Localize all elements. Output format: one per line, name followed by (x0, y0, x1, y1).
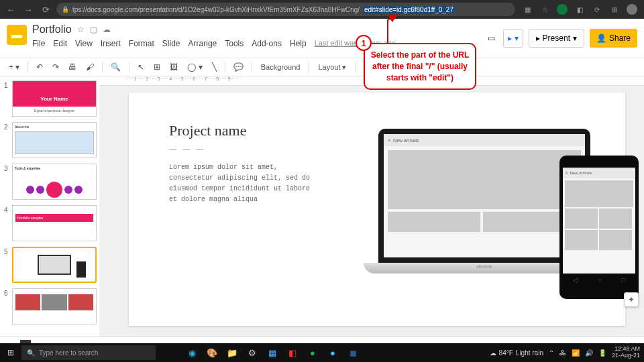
task-settings-icon[interactable]: ⚙ (243, 343, 262, 362)
slideshow-dropdown[interactable]: ▸ ▾ (503, 29, 523, 48)
callout-text: Select the part of the URL after the fin… (370, 50, 470, 83)
menu-format[interactable]: Format (129, 39, 154, 48)
url-text: tps://docs.google.com/presentation/d/1O2… (72, 6, 360, 13)
slide-canvas[interactable]: Project name — — — Lorem ipsum dolor sit… (129, 93, 625, 326)
zoom-button[interactable]: 🔍 (107, 60, 124, 74)
tray-chevron-icon[interactable]: ⌃ (549, 349, 554, 357)
comment-button[interactable]: 💬 (230, 60, 247, 74)
layout-button[interactable]: Layout ▾ (314, 63, 350, 72)
qr-icon[interactable]: ▦ (522, 4, 533, 15)
undo-button[interactable]: ↶ (33, 60, 46, 74)
task-spotify-icon[interactable]: ● (303, 343, 322, 362)
tray-battery-icon[interactable]: 🔋 (598, 349, 606, 357)
tray-network-icon[interactable]: 🖧 (559, 349, 566, 357)
doc-title[interactable]: Portfolio (32, 23, 72, 36)
taskbar-clock[interactable]: 12:48 AM21-Aug-21 (612, 346, 640, 359)
thumb-5[interactable]: 5 (4, 247, 95, 283)
select-tool[interactable]: ↖ (134, 60, 148, 74)
new-slide-button[interactable]: + ▾ (5, 60, 23, 74)
doc-header: ▬ Portfolio ☆ ▢ ☁ File Edit View Insert … (0, 19, 644, 58)
callout-number: 1 (356, 35, 372, 51)
menu-edit[interactable]: Edit (53, 39, 67, 48)
thumb-1[interactable]: 1 Your NameDigital experience designer (4, 80, 95, 117)
ext-icon-2[interactable]: ⟳ (592, 4, 602, 15)
menu-arrange[interactable]: Arrange (189, 39, 217, 48)
shape-tool[interactable]: ◯ ▾ (184, 60, 205, 74)
thumb-2[interactable]: 2 About me (4, 122, 95, 158)
start-button[interactable]: ⊞ (0, 343, 21, 362)
slide-title[interactable]: Project name (169, 122, 317, 139)
task-edge-icon[interactable]: ◉ (182, 343, 201, 362)
tray-wifi-icon[interactable]: 📶 (572, 349, 580, 357)
task-paint-icon[interactable]: 🎨 (203, 343, 221, 362)
redo-button[interactable]: ↷ (49, 60, 62, 74)
task-app-icon[interactable]: ● (323, 343, 342, 362)
thumb-3[interactable]: 3 Tools & expertise (4, 164, 95, 200)
canvas-area[interactable]: · · · 1 · · · 2 · · · 3 · · · 4 · · · 5 … (99, 76, 644, 337)
annotation-arrow (384, 13, 471, 47)
ext-icon-3[interactable]: ⊞ (609, 4, 620, 15)
thumb-4[interactable]: 4 Portfolio samples (4, 205, 95, 241)
slide-thumbnails: 1 Your NameDigital experience designer 2… (0, 76, 99, 337)
line-tool[interactable]: ╲ (209, 60, 220, 74)
windows-taskbar: ⊞ 🔍Type here to search ◉ 🎨 📁 ⚙ ▦ ◧ ● ● ◼… (0, 343, 644, 362)
browser-toolbar: ← → ⟳ 🔒 tps://docs.google.com/presentati… (0, 0, 644, 19)
menu-file[interactable]: File (32, 39, 45, 48)
print-button[interactable]: 🖶 (65, 60, 80, 74)
image-tool[interactable]: 🖼 (166, 60, 181, 74)
task-office-icon[interactable]: ◧ (283, 343, 302, 362)
comments-icon[interactable]: ▭ (485, 29, 498, 48)
menu-tools[interactable]: Tools (225, 39, 244, 48)
url-selected-text: edit#slide=id.gc6f80d1ff_0_27 (363, 6, 455, 13)
laptop-mockup: ≡New arrivals (378, 129, 590, 263)
extension-icons: ▦ ☆ ◧ ⟳ ⊞ (519, 4, 640, 15)
thumb-6[interactable]: 6 (4, 288, 95, 324)
menu-addons[interactable]: Add-ons (252, 39, 282, 48)
reload-button[interactable]: ⟳ (39, 3, 52, 16)
menu-slide[interactable]: Slide (162, 39, 180, 48)
laptop-header-text: New arrivals (393, 138, 419, 143)
slide-body-text[interactable]: Lorem ipsum dolor sit amet, consectetur … (169, 162, 317, 205)
weather-widget[interactable]: ☁84°FLight rain (490, 349, 543, 357)
tray-volume-icon[interactable]: 🔊 (585, 349, 593, 357)
task-photos-icon[interactable]: ▦ (263, 343, 282, 362)
task-word-icon[interactable]: ◼ (343, 343, 362, 362)
annotation-callout: 1 Select the part of the URL after the f… (364, 43, 476, 90)
star-doc-icon[interactable]: ☆ (77, 25, 85, 34)
slide-dashes: — — — (169, 145, 317, 153)
taskbar-search[interactable]: 🔍Type here to search (21, 345, 156, 360)
background-button[interactable]: Background (257, 63, 305, 71)
profile-icon[interactable] (627, 4, 637, 15)
phone-header-text: New arrivals (570, 171, 592, 175)
forward-button[interactable]: → (21, 3, 35, 16)
textbox-tool[interactable]: ⊞ (150, 60, 164, 74)
back-button[interactable]: ← (4, 3, 17, 16)
cloud-icon[interactable]: ☁ (103, 25, 111, 34)
explore-button[interactable]: ✦ (624, 292, 639, 307)
paint-format-button[interactable]: 🖌 (83, 60, 97, 74)
grammarly-icon[interactable] (557, 4, 568, 15)
phone-mockup: ≡New arrivals ◁○□ (559, 156, 639, 299)
present-button[interactable]: ▸ Present ▾ (529, 29, 584, 48)
star-icon[interactable]: ☆ (539, 4, 550, 15)
device-mockup[interactable]: ≡New arrivals chrome ≡New arrivals ◁○□ (378, 129, 605, 274)
move-icon[interactable]: ▢ (90, 25, 97, 34)
slides-logo[interactable]: ▬ (7, 25, 27, 45)
task-explorer-icon[interactable]: 📁 (223, 343, 241, 362)
ext-icon-1[interactable]: ◧ (574, 4, 585, 15)
toolbar: + ▾ ↶ ↷ 🖶 🖌 🔍 ↖ ⊞ 🖼 ◯ ▾ ╲ 💬 Background L… (0, 58, 644, 76)
share-button[interactable]: 👤 Share (590, 29, 637, 48)
search-icon: 🔍 (27, 349, 35, 357)
lock-icon: 🔒 (62, 6, 69, 13)
menu-view[interactable]: View (75, 39, 93, 48)
menu-insert[interactable]: Insert (101, 39, 121, 48)
menu-help[interactable]: Help (290, 39, 307, 48)
